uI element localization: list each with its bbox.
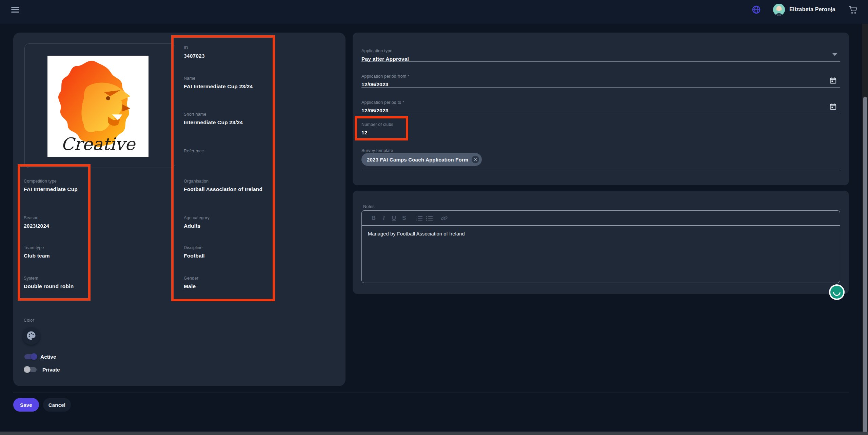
competition-logo: Creative [47,56,149,157]
vertical-scrollbar-thumb[interactable] [863,97,867,435]
screen: Elizabeta Peronja [0,0,868,435]
field-name: Name FAI Intermediate Cup 23/24 [184,76,253,90]
active-toggle-label: Active [40,354,56,360]
field-season: Season 2023/2024 [24,215,49,229]
calendar-icon[interactable] [829,77,837,84]
hamburger-menu-icon[interactable] [11,6,19,13]
field-organisation: Organisation Football Association of Ire… [184,179,262,192]
link-icon[interactable] [439,215,449,221]
bullet-list-icon[interactable] [424,215,434,221]
survey-template-label: Survey template [361,148,393,153]
strikethrough-icon[interactable]: S [399,215,409,222]
underline-icon[interactable]: U [389,215,399,222]
top-bar: Elizabeta Peronja [0,0,868,24]
vertical-scrollbar-track[interactable] [862,24,868,435]
application-settings-card: Application type Pay after Approval Appl… [353,33,849,185]
notes-editor[interactable]: B I U S 1 2 3 [361,210,840,283]
field-age-category: Age category Adults [184,215,210,229]
horizontal-scrollbar[interactable] [0,432,868,435]
field-reference: Reference [184,149,204,156]
field-short-name: Short name Intermediate Cup 23/24 [184,112,243,126]
avatar[interactable] [773,4,785,16]
notes-toolbar: B I U S 1 2 3 [362,211,840,226]
footer-divider [13,393,849,393]
color-label: Color [24,318,34,323]
field-competition-type: Competition type FAI Intermediate Cup [24,179,78,192]
ordered-list-icon[interactable]: 1 2 3 [414,215,424,221]
number-of-clubs-field[interactable]: Number of clubs 12 [361,122,393,136]
field-system: System Double round robin [24,276,74,289]
select-arrow-icon[interactable] [832,53,837,56]
italic-icon[interactable]: I [379,215,389,222]
application-period-to-input[interactable]: Application period to * 12/06/2023 [361,100,404,114]
field-discipline: Discipline Football [184,245,205,259]
chip-remove-icon[interactable]: ✕ [472,156,479,163]
editor-status-badge [830,286,843,299]
shopping-cart-icon[interactable] [848,5,858,15]
notes-label: Notes [363,204,375,209]
bold-icon[interactable]: B [369,215,379,222]
private-toggle-label: Private [42,367,60,373]
field-team-type: Team type Club team [24,245,50,259]
application-type-select[interactable]: Application type Pay after Approval [361,49,409,62]
color-picker-button[interactable] [22,327,40,345]
application-period-from-input[interactable]: Application period from * 12/06/2023 [361,74,409,88]
svg-text:3: 3 [416,219,417,221]
notes-text[interactable]: Managed by Football Association of Irela… [368,231,465,237]
field-gender: Gender Male [184,276,198,289]
private-toggle[interactable] [24,366,37,373]
user-name[interactable]: Elizabeta Peronja [789,6,835,13]
logo-caption-svg: Creative [61,134,136,154]
logo-frame: Creative [24,43,175,168]
survey-template-chip[interactable]: 2023 FAI Camps Coach Application Form ✕ [361,153,482,166]
cancel-button[interactable]: Cancel [43,398,71,412]
save-button[interactable]: Save [13,398,39,412]
calendar-icon[interactable] [829,103,837,110]
chevron-down-icon[interactable] [829,8,834,12]
active-toggle[interactable] [24,353,37,360]
competition-details-card: Creative ID 3407023 Name FAI Intermediat… [13,33,346,386]
field-id: ID 3407023 [184,45,205,59]
notes-card: Notes B I U S 1 2 3 [353,191,849,294]
palette-icon [26,330,36,341]
globe-icon[interactable] [752,5,761,14]
